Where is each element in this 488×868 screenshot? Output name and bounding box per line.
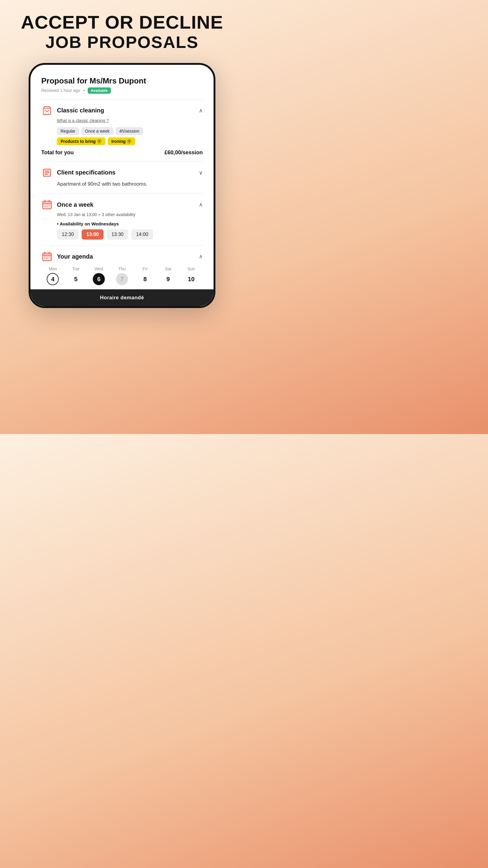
cal-wed: Wed 6 xyxy=(90,267,108,285)
classic-cleaning-yellow-tags: Products to bring ? Ironing ? xyxy=(57,137,203,145)
time-slot-1230[interactable]: 12:30 xyxy=(57,229,78,240)
phone-mockup: Proposal for Ms/Mrs Dupont Received 1 ho… xyxy=(29,63,216,308)
client-specs-description: Apartment of 90m2 with two bathrooms. xyxy=(57,180,203,188)
divider-1 xyxy=(41,99,203,99)
total-row: Total for you £60,00/session xyxy=(41,150,203,156)
svg-point-15 xyxy=(48,205,50,206)
cal-fri-label: Fri xyxy=(142,267,147,271)
cal-fri-num[interactable]: 8 xyxy=(139,273,151,285)
cal-wed-label: Wed xyxy=(95,267,103,271)
hero-title: ACCEPT OR DECLINE JOB PROPOSALS xyxy=(21,12,223,52)
cal-thu: Thu 7 xyxy=(113,267,131,285)
once-week-subtitle: Wed. 13 Jan at 13:00 + 3 other availabil… xyxy=(57,212,203,217)
classic-cleaning-link[interactable]: What is a classic cleaning ? xyxy=(57,118,203,123)
notes-icon xyxy=(41,167,53,179)
agenda-header-left: Your agenda xyxy=(41,251,93,262)
once-week-header-left: Once a week xyxy=(41,199,93,210)
proposal-header: Proposal for Ms/Mrs Dupont Received 1 ho… xyxy=(41,76,203,94)
cal-sun-label: Sun xyxy=(187,267,195,271)
hero-line2: JOB PROPOSALS xyxy=(21,33,223,52)
time-slots: 12:30 13:00 13:30 14:00 xyxy=(57,229,203,240)
total-value: £60,00/session xyxy=(164,150,203,156)
cal-sun: Sun 10 xyxy=(182,267,200,285)
cal-tue-label: Tue xyxy=(72,267,79,271)
hero-line1: ACCEPT OR DECLINE xyxy=(21,12,223,33)
meta-dot: • xyxy=(83,88,85,93)
once-week-title: Once a week xyxy=(57,201,93,208)
time-slot-1300[interactable]: 13:00 xyxy=(82,229,104,240)
classic-cleaning-header: Classic cleaning ∧ xyxy=(41,105,203,116)
available-badge: Available xyxy=(88,87,111,94)
classic-cleaning-section: Classic cleaning ∧ What is a classic cle… xyxy=(41,105,203,156)
calendar-icon-2 xyxy=(41,251,53,262)
tag-hours: 4h/session xyxy=(116,127,143,135)
agenda-title: Your agenda xyxy=(57,253,93,260)
cal-wed-num[interactable]: 6 xyxy=(93,273,105,285)
svg-point-14 xyxy=(46,205,47,206)
svg-point-2 xyxy=(48,113,49,114)
tag-ironing-label: Ironing xyxy=(111,139,126,144)
tag-ironing[interactable]: Ironing ? xyxy=(108,137,135,145)
section-header-left: Classic cleaning xyxy=(41,105,104,116)
svg-point-1 xyxy=(45,113,46,114)
svg-point-25 xyxy=(48,256,50,257)
availability-section: Availability on Wednesdays 12:30 13:00 1… xyxy=(57,221,203,240)
cal-sat-num[interactable]: 9 xyxy=(162,273,174,285)
classic-cleaning-chevron[interactable]: ∧ xyxy=(199,107,203,114)
tag-regular: Regular xyxy=(57,127,79,135)
agenda-header: Your agenda ∧ xyxy=(41,251,203,262)
ironing-help-icon[interactable]: ? xyxy=(127,139,132,144)
time-slot-1400[interactable]: 14:00 xyxy=(131,229,153,240)
svg-point-23 xyxy=(44,256,45,257)
tag-products[interactable]: Products to bring ? xyxy=(57,137,105,145)
agenda-chevron[interactable]: ∧ xyxy=(199,253,203,260)
cal-mon: Mon 4 xyxy=(44,267,62,285)
cal-tue: Tue 5 xyxy=(67,267,85,285)
cal-tue-num[interactable]: 5 xyxy=(70,273,82,285)
cal-sat: Sat 9 xyxy=(159,267,177,285)
bottom-bar[interactable]: Horaire demandé xyxy=(30,289,214,306)
cal-mon-label: Mon xyxy=(49,267,57,271)
client-specs-title: Client specifications xyxy=(57,169,116,176)
cal-fri: Fri 8 xyxy=(136,267,154,285)
availability-label: Availability on Wednesdays xyxy=(57,221,203,226)
client-specs-chevron[interactable]: ∨ xyxy=(199,169,203,176)
svg-point-26 xyxy=(44,258,45,259)
svg-point-24 xyxy=(46,256,47,257)
cart-icon xyxy=(41,105,53,116)
once-week-header: Once a week ∧ xyxy=(41,199,203,210)
agenda-section: Your agenda ∧ Mon 4 Tue 5 Wed 6 xyxy=(41,251,203,285)
calendar-row: Mon 4 Tue 5 Wed 6 Thu 7 Fri 8 xyxy=(41,267,203,285)
classic-cleaning-tags: Regular Once a week 4h/session xyxy=(57,127,203,135)
calendar-icon-1 xyxy=(41,199,53,210)
client-specs-header: Client specifications ∨ xyxy=(41,167,203,179)
bottom-bar-label: Horaire demandé xyxy=(100,295,144,301)
client-specs-section: Client specifications ∨ Apartment of 90m… xyxy=(41,167,203,188)
classic-cleaning-title: Classic cleaning xyxy=(57,107,104,114)
cal-sat-label: Sat xyxy=(165,267,171,271)
svg-point-27 xyxy=(46,258,47,259)
once-week-section: Once a week ∧ Wed. 13 Jan at 13:00 + 3 o… xyxy=(41,199,203,240)
time-slot-1330[interactable]: 13:30 xyxy=(107,229,128,240)
once-week-chevron[interactable]: ∧ xyxy=(199,201,203,208)
svg-point-16 xyxy=(44,206,45,207)
divider-3 xyxy=(41,193,203,193)
tag-once-week: Once a week xyxy=(82,127,113,135)
cal-mon-num[interactable]: 4 xyxy=(47,273,59,285)
proposal-meta: Received 1 hour ago • Available xyxy=(41,87,203,94)
cal-sun-num[interactable]: 10 xyxy=(185,273,197,285)
proposal-title: Proposal for Ms/Mrs Dupont xyxy=(41,76,203,86)
tag-products-label: Products to bring xyxy=(61,139,96,144)
divider-4 xyxy=(41,245,203,245)
received-time: Received 1 hour ago xyxy=(41,88,80,93)
products-help-icon[interactable]: ? xyxy=(97,139,102,144)
total-label: Total for you xyxy=(41,150,74,156)
cal-thu-num[interactable]: 7 xyxy=(116,273,128,285)
svg-point-13 xyxy=(44,205,45,206)
svg-point-17 xyxy=(46,206,47,207)
client-specs-header-left: Client specifications xyxy=(41,167,116,179)
cal-thu-label: Thu xyxy=(119,267,126,271)
